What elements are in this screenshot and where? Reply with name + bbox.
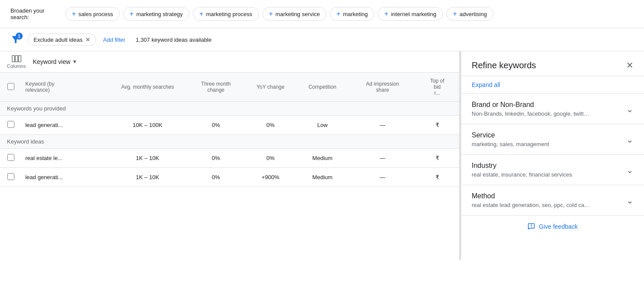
chevron-down-icon: ⌄: [626, 134, 634, 145]
refine-header: Refine keywords ✕: [461, 51, 644, 76]
header-keyword: Keyword (by relevance): [22, 73, 109, 102]
refine-section-industry: Industry real estate, insurance, financi…: [461, 154, 644, 185]
chip-marketing[interactable]: + marketing: [330, 7, 374, 21]
row-ad-share: —: [350, 149, 416, 168]
select-all-checkbox[interactable]: [7, 83, 14, 90]
refine-section-method-header[interactable]: Method real estate lead generation, seo,…: [472, 192, 634, 208]
refine-section-method-sub: real estate lead generation, seo, ppc, c…: [472, 202, 590, 208]
chip-label: marketing process: [206, 11, 252, 17]
keyword-view-label: Keyword view: [33, 58, 70, 65]
table-row: real estate le... 1K – 10K 0% 0% Medium …: [0, 149, 459, 168]
feedback-bar: Give feedback: [461, 215, 644, 237]
chip-label: advertising: [460, 11, 487, 17]
row-competition: Medium: [295, 149, 350, 168]
header-avg-monthly: Avg. monthly searches: [109, 73, 186, 102]
refine-section-method-title: Method: [472, 192, 590, 200]
refine-close-button[interactable]: ✕: [626, 60, 634, 70]
row-avg-monthly: 1K – 10K: [109, 149, 186, 168]
row-top-bid: ₹: [415, 168, 459, 187]
exclude-adult-chip[interactable]: Exclude adult ideas ✕: [28, 33, 96, 46]
keyword-view-button[interactable]: Keyword view ▼: [33, 58, 77, 65]
section-header-ideas: Keyword ideas: [0, 135, 459, 149]
header-top-bid: Top of bid r...: [415, 73, 459, 102]
chip-internet-marketing[interactable]: + internet marketing: [378, 7, 443, 21]
row-checkbox-cell[interactable]: [0, 168, 22, 187]
section-label-ideas: Keyword ideas: [0, 135, 459, 149]
table-row: lead generati... 1K – 10K 0% +900% Mediu…: [0, 168, 459, 187]
chip-marketing-service[interactable]: + marketing service: [262, 7, 326, 21]
broaden-label: Broaden your search:: [10, 7, 58, 20]
feedback-icon: [527, 223, 535, 230]
row-three-month: 0%: [186, 168, 246, 187]
refine-section-brand: Brand or Non-Brand Non-Brands, linkedin,…: [461, 93, 644, 124]
plus-icon: +: [130, 10, 134, 18]
refine-section-service-title: Service: [472, 131, 549, 139]
filter-badge: 1: [16, 33, 23, 40]
chevron-down-icon: ⌄: [626, 104, 634, 114]
feedback-label: Give feedback: [539, 223, 578, 230]
give-feedback-button[interactable]: Give feedback: [527, 223, 578, 230]
refine-section-service: Service marketing, sales, management ⌄: [461, 124, 644, 154]
chip-advertising[interactable]: + advertising: [446, 7, 493, 21]
refine-section-method: Method real estate lead generation, seo,…: [461, 185, 644, 215]
row-competition: Medium: [295, 168, 350, 187]
row-yoy: 0%: [246, 149, 295, 168]
plus-icon: +: [199, 10, 203, 18]
plus-icon: +: [269, 10, 273, 18]
broaden-section: Broaden your search: + sales process + m…: [0, 0, 644, 28]
main-layout: Columns Keyword view ▼ Keyword (by relev…: [0, 51, 644, 260]
plus-icon: +: [453, 10, 457, 18]
toolbar: Columns Keyword view ▼: [0, 51, 459, 73]
refine-section-industry-sub: real estate, insurance, financial servic…: [472, 171, 572, 178]
row-checkbox-cell[interactable]: [0, 149, 22, 168]
row-keyword: lead generati...: [22, 168, 109, 187]
broaden-chips: + sales process + marketing strategy + m…: [65, 7, 493, 21]
table-section: Columns Keyword view ▼ Keyword (by relev…: [0, 51, 460, 260]
refine-panel: Refine keywords ✕ Expand all Brand or No…: [461, 51, 644, 260]
close-icon[interactable]: ✕: [85, 36, 91, 43]
plus-icon: +: [336, 10, 340, 18]
expand-all-button[interactable]: Expand all: [461, 76, 510, 93]
header-ad-impression: Ad impression share: [350, 73, 416, 102]
chip-label: marketing strategy: [136, 11, 183, 17]
keyword-table: Keyword (by relevance) Avg. monthly sear…: [0, 73, 459, 187]
row-ad-share: —: [350, 116, 416, 135]
refine-section-brand-header[interactable]: Brand or Non-Brand Non-Brands, linkedin,…: [472, 101, 634, 117]
refine-section-service-sub: marketing, sales, management: [472, 141, 549, 147]
header-yoy: YoY change: [246, 73, 295, 102]
row-checkbox[interactable]: [7, 121, 14, 128]
columns-button[interactable]: Columns: [7, 55, 26, 69]
row-yoy: +900%: [246, 168, 295, 187]
chevron-down-icon: ⌄: [626, 165, 634, 175]
chip-label: internet marketing: [391, 11, 436, 17]
plus-icon: +: [384, 10, 388, 18]
refine-section-brand-sub: Non-Brands, linkedin, facebook, google, …: [472, 110, 589, 117]
chip-sales-process[interactable]: + sales process: [65, 7, 120, 21]
add-filter-button[interactable]: Add filter: [103, 37, 125, 43]
dropdown-icon: ▼: [72, 59, 77, 65]
chevron-down-icon: ⌄: [626, 195, 634, 206]
plus-icon: +: [72, 10, 76, 18]
row-checkbox-cell[interactable]: [0, 116, 22, 135]
row-top-bid: ₹: [415, 149, 459, 168]
refine-section-industry-title: Industry: [472, 162, 572, 170]
chip-marketing-process[interactable]: + marketing process: [193, 7, 259, 21]
row-checkbox[interactable]: [7, 154, 14, 161]
table-row: lead generati... 10K – 100K 0% 0% Low — …: [0, 116, 459, 135]
row-ad-share: —: [350, 168, 416, 187]
refine-section-industry-header[interactable]: Industry real estate, insurance, financi…: [472, 162, 634, 178]
header-checkbox[interactable]: [0, 73, 22, 102]
section-label-provided: Keywords you provided: [0, 102, 459, 116]
row-keyword: lead generati...: [22, 116, 109, 135]
row-top-bid: ₹: [415, 116, 459, 135]
chip-marketing-strategy[interactable]: + marketing strategy: [123, 7, 189, 21]
filter-chip-label: Exclude adult ideas: [34, 37, 83, 43]
row-yoy: 0%: [246, 116, 295, 135]
header-competition: Competition: [295, 73, 350, 102]
filter-icon-wrap[interactable]: 1: [10, 34, 21, 45]
keyword-count: 1,307 keyword ideas available: [136, 37, 211, 43]
refine-section-service-header[interactable]: Service marketing, sales, management ⌄: [472, 131, 634, 147]
row-checkbox[interactable]: [7, 173, 14, 180]
row-three-month: 0%: [186, 116, 246, 135]
chip-label: sales process: [78, 11, 113, 17]
